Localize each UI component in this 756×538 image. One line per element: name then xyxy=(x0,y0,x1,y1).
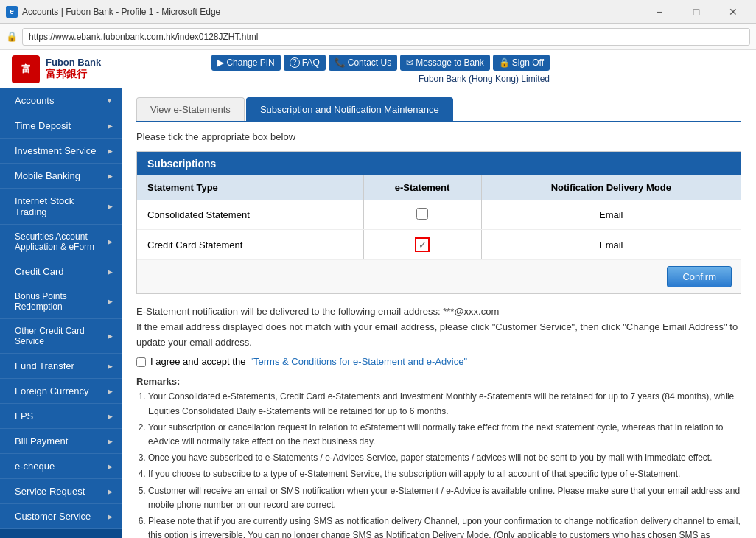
sidebar-item-investment-service[interactable]: Investment Service ▶ xyxy=(0,139,122,164)
terms-row: I agree and accept the "Terms & Conditio… xyxy=(136,356,741,367)
window-title: Accounts | Fubon Bank - Profile 1 - Micr… xyxy=(22,7,643,17)
remark-6: Please note that if you are currently us… xyxy=(148,514,741,538)
arrow-icon: ▶ xyxy=(108,172,113,180)
col-e-statement: e-Statement xyxy=(363,175,481,200)
e-statement-checkbox-credit-card[interactable] xyxy=(363,230,481,260)
question-icon: ? xyxy=(290,57,300,68)
url-input[interactable] xyxy=(22,28,750,46)
remark-5: Customer will receive an email or SMS no… xyxy=(148,484,741,512)
envelope-icon: ✉ xyxy=(406,57,413,68)
e-statement-checkbox-consolidated[interactable] xyxy=(363,200,481,230)
main-layout: Accounts ▼ Time Deposit ▶ Investment Ser… xyxy=(0,88,756,538)
tabs: View e-Statements Subscription and Notif… xyxy=(136,97,741,122)
sign-off-link[interactable]: 🔒 Sign Off xyxy=(493,55,550,71)
message-link[interactable]: ✉ Message to Bank xyxy=(400,55,490,71)
arrow-icon: ▼ xyxy=(106,97,113,105)
sidebar-item-credit-card[interactable]: Credit Card ▶ xyxy=(0,259,122,284)
bank-name-cn: 富邦銀行 xyxy=(46,68,101,81)
sidebar: Accounts ▼ Time Deposit ▶ Investment Ser… xyxy=(0,88,122,538)
remark-4: If you choose to subscribe to a type of … xyxy=(148,467,741,481)
address-bar: 🔒 xyxy=(0,24,756,50)
window-controls: − □ ✕ xyxy=(643,0,750,24)
table-header-row: Statement Type e-Statement Notification … xyxy=(137,175,741,200)
tab-view-e-statements[interactable]: View e-Statements xyxy=(136,97,245,121)
arrow-icon: ▶ xyxy=(108,413,113,420)
arrow-icon: ▶ xyxy=(108,363,113,370)
play-icon: ▶ xyxy=(217,57,224,68)
confirm-button[interactable]: Confirm xyxy=(667,266,732,287)
sidebar-item-service-request[interactable]: Service Request ▶ xyxy=(0,479,122,504)
arrow-icon: ▶ xyxy=(108,238,113,245)
arrow-icon: ▶ xyxy=(108,513,113,520)
arrow-icon: ▶ xyxy=(108,268,113,276)
sidebar-item-bonus-points[interactable]: Bonus Points Redemption ▶ xyxy=(0,284,122,319)
arrow-icon: ▶ xyxy=(108,438,113,445)
statement-type-consolidated: Consolidated Statement xyxy=(137,200,363,230)
confirm-btn-row: Confirm xyxy=(137,259,741,293)
logo-icon: 富 xyxy=(12,55,40,83)
sidebar-item-internet-stock[interactable]: Internet Stock Trading ▶ xyxy=(0,189,122,225)
change-pin-link[interactable]: ▶ Change PIN xyxy=(211,55,280,71)
bank-logo: 富 Fubon Bank 富邦銀行 xyxy=(0,55,125,83)
content-area: View e-Statements Subscription and Notif… xyxy=(122,88,756,538)
notification-credit-card: Email xyxy=(481,230,741,260)
remark-1: Your Consolidated e-Statements, Credit C… xyxy=(148,390,741,418)
contact-us-link[interactable]: 📞 Contact Us xyxy=(329,55,397,71)
sidebar-item-e-statement[interactable]: e-Statement ▼ xyxy=(0,529,122,538)
title-bar: e Accounts | Fubon Bank - Profile 1 - Mi… xyxy=(0,0,756,24)
browser-icon: e xyxy=(6,6,18,18)
sidebar-item-securities[interactable]: Securities Account Application & eForm ▶ xyxy=(0,225,122,259)
content-inner: View e-Statements Subscription and Notif… xyxy=(122,88,756,538)
close-button[interactable]: ✕ xyxy=(716,0,750,24)
bank-name-en: Fubon Bank xyxy=(46,57,101,68)
col-statement-type: Statement Type xyxy=(137,175,363,200)
remarks-section: Remarks: Your Consolidated e-Statements,… xyxy=(136,376,741,538)
sidebar-item-bill-payment[interactable]: Bill Payment ▶ xyxy=(0,429,122,454)
bank-full-name: Fubon Bank (Hong Kong) Limited xyxy=(419,74,550,84)
arrow-icon: ▶ xyxy=(108,147,113,155)
sidebar-item-foreign-currency[interactable]: Foreign Currency ▶ xyxy=(0,379,122,404)
email-info: E-Statement notification will be deliver… xyxy=(136,304,741,350)
lock-icon-nav: 🔒 xyxy=(499,57,510,68)
terms-link[interactable]: "Terms & Conditions for e-Statement and … xyxy=(250,356,467,367)
sidebar-item-fps[interactable]: FPS ▶ xyxy=(0,404,122,429)
arrow-icon: ▶ xyxy=(108,298,113,305)
email-address: ***@xxx.com xyxy=(443,306,499,317)
sidebar-item-mobile-banking[interactable]: Mobile Banking ▶ xyxy=(0,164,122,189)
sidebar-item-e-cheque[interactable]: e-cheque ▶ xyxy=(0,454,122,479)
subscriptions-header: Subscriptions xyxy=(137,152,741,175)
remarks-text: Your Consolidated e-Statements, Credit C… xyxy=(136,390,741,538)
logo-text: Fubon Bank 富邦銀行 xyxy=(46,57,101,81)
maximize-button[interactable]: □ xyxy=(679,0,713,24)
arrow-icon: ▶ xyxy=(108,463,113,470)
sidebar-item-customer-service[interactable]: Customer Service ▶ xyxy=(0,504,122,529)
subscriptions-table: Statement Type e-Statement Notification … xyxy=(137,175,741,259)
remarks-title: Remarks: xyxy=(136,376,741,387)
sidebar-item-other-credit-card[interactable]: Other Credit Card Service ▶ xyxy=(0,319,122,354)
subscriptions-box: Subscriptions Statement Type e-Statement… xyxy=(136,151,741,294)
arrow-icon: ▶ xyxy=(108,388,113,395)
remark-2: Your subscription or cancellation reques… xyxy=(148,421,741,449)
minimize-button[interactable]: − xyxy=(643,0,676,24)
email-prefix: E-Statement notification will be deliver… xyxy=(136,306,441,317)
tab-subscription[interactable]: Subscription and Notification Maintenanc… xyxy=(246,97,453,121)
phone-icon: 📞 xyxy=(335,57,346,68)
terms-checkbox[interactable] xyxy=(136,357,146,367)
sidebar-item-accounts[interactable]: Accounts ▼ xyxy=(0,88,122,113)
arrow-icon: ▶ xyxy=(108,488,113,495)
lock-icon: 🔒 xyxy=(6,31,18,42)
table-row: Credit Card Statement Email xyxy=(137,230,741,260)
sidebar-item-time-deposit[interactable]: Time Deposit ▶ xyxy=(0,113,122,139)
arrow-icon: ▶ xyxy=(108,332,113,340)
checkbox-consolidated[interactable] xyxy=(416,208,428,220)
col-notification: Notification Delivery Mode xyxy=(481,175,741,200)
top-nav: 富 Fubon Bank 富邦銀行 ▶ Change PIN ? FAQ 📞 C… xyxy=(0,50,756,88)
statement-type-credit-card: Credit Card Statement xyxy=(137,230,363,260)
remark-3: Once you have subscribed to e-Statements… xyxy=(148,451,741,465)
faq-link[interactable]: ? FAQ xyxy=(284,55,326,71)
checkbox-credit-card-checked[interactable] xyxy=(415,237,430,252)
arrow-icon: ▶ xyxy=(108,122,113,130)
sidebar-item-fund-transfer[interactable]: Fund Transfer ▶ xyxy=(0,354,122,379)
arrow-icon: ▶ xyxy=(108,203,113,210)
terms-label: I agree and accept the xyxy=(150,356,245,367)
